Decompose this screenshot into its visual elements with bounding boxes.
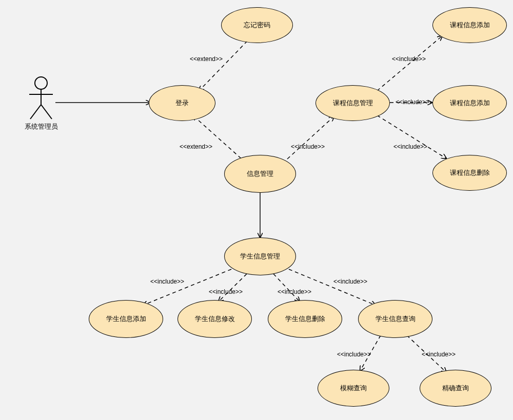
- label-include: <<include>>: [396, 98, 429, 106]
- label-include: <<include>>: [333, 278, 367, 285]
- usecase-forgot-password: 忘记密码: [221, 7, 293, 43]
- label-extend: <<extend>>: [190, 55, 223, 63]
- usecase-student-mgmt: 学生信息管理: [224, 237, 296, 275]
- usecase-fuzzy-query: 模糊查询: [318, 370, 389, 407]
- usecase-login: 登录: [149, 85, 215, 121]
- label-include: <<include>>: [422, 351, 456, 358]
- edge-stu-del: [273, 274, 300, 302]
- usecase-course-add-top: 课程信息添加: [432, 7, 507, 43]
- label-include: <<include>>: [278, 288, 311, 295]
- label-include: <<include>>: [291, 143, 325, 150]
- edge-info-course: [287, 116, 334, 159]
- usecase-student-query: 学生信息查询: [358, 300, 432, 338]
- edge-course-addtop: [377, 36, 442, 91]
- edge-stu-mod: [219, 274, 247, 302]
- label-include: <<include>>: [393, 143, 427, 150]
- label-include: <<include>>: [337, 351, 371, 358]
- actor-system-admin: 系统管理员: [21, 76, 62, 131]
- label-extend: <<extend>>: [180, 143, 212, 150]
- svg-line-4: [41, 105, 52, 119]
- svg-point-0: [35, 77, 47, 89]
- usecase-exact-query: 精确查询: [420, 370, 491, 407]
- usecase-course-del: 课程信息删除: [432, 155, 507, 191]
- usecase-student-add: 学生信息添加: [89, 300, 163, 338]
- svg-line-3: [30, 105, 41, 119]
- label-include: <<include>>: [392, 55, 426, 63]
- label-include: <<include>>: [209, 288, 243, 295]
- actor-label: 系统管理员: [21, 122, 62, 131]
- usecase-info-mgmt: 信息管理: [224, 155, 296, 193]
- edge-course-del: [377, 115, 446, 158]
- usecase-course-add-mid: 课程信息添加: [432, 85, 507, 121]
- edge-forgot-login: [199, 41, 247, 91]
- usecase-student-del: 学生信息删除: [268, 300, 342, 338]
- usecase-student-mod: 学生信息修改: [177, 300, 252, 338]
- use-case-diagram: 系统管理员 忘记密码 登录 课程信息管理 课程信息添加 课程信息添加 课程信息删…: [0, 0, 513, 420]
- actor-icon: [27, 76, 55, 120]
- label-include: <<include>>: [150, 278, 184, 285]
- usecase-course-mgmt: 课程信息管理: [315, 85, 390, 121]
- edge-info-login: [193, 115, 241, 158]
